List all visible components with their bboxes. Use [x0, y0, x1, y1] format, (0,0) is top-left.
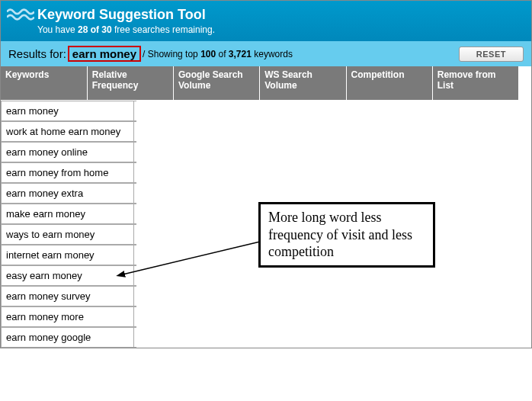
- frequency-cell: [134, 183, 137, 203]
- keyword-cell[interactable]: earn money online: [2, 142, 134, 162]
- results-label: Results for:: [8, 47, 66, 60]
- frequency-cell: [134, 306, 137, 326]
- col-remove[interactable]: Remove from List: [432, 66, 518, 100]
- app-header: Keyword Suggestion Tool You have 28 of 3…: [1, 1, 531, 41]
- table-row: earn money extra00,00000High: [1, 183, 136, 204]
- keyword-cell[interactable]: earn money extra: [2, 183, 134, 203]
- sub-prefix: You have: [37, 24, 78, 35]
- frequency-cell: [134, 101, 137, 120]
- keyword-cell[interactable]: easy earn money: [2, 265, 134, 285]
- table-row: ways to earn money00,00000High: [1, 224, 136, 245]
- wave-icon: [7, 5, 34, 24]
- table-row: earn money online00,00000High: [1, 142, 136, 162]
- table-row: earn money survey00,00000High: [1, 286, 136, 306]
- table-row: earn money00,00000High: [1, 101, 136, 121]
- sub-count: 28 of 30: [78, 24, 112, 35]
- col-ws-search-volume[interactable]: WS Search Volume: [260, 66, 346, 100]
- keyword-cell[interactable]: make earn money: [2, 204, 134, 223]
- results-query: earn money: [68, 46, 141, 62]
- frequency-cell: [134, 162, 137, 182]
- keyword-cell[interactable]: earn money more: [2, 306, 134, 326]
- keyword-cell[interactable]: internet earn money: [2, 245, 134, 265]
- table-row: make earn money00,00000High: [1, 204, 136, 224]
- col-competition[interactable]: Competition: [346, 66, 432, 100]
- table-header-row: Keywords Relative Frequency Google Searc…: [1, 66, 519, 101]
- searches-remaining: You have 28 of 30 free searches remainin…: [37, 24, 522, 35]
- reset-button[interactable]: RESET: [459, 47, 524, 62]
- keyword-cell[interactable]: earn money survey: [2, 286, 134, 306]
- table-row: internet earn money00,00000High: [1, 245, 136, 265]
- frequency-cell: [134, 204, 137, 223]
- frequency-cell: [134, 286, 137, 306]
- keyword-cell[interactable]: ways to earn money: [2, 224, 134, 244]
- annotation-callout: More long word less frequency of visit a…: [258, 202, 435, 268]
- table-row: earn money google00,00000High: [1, 327, 136, 348]
- col-relative-frequency[interactable]: Relative Frequency: [87, 66, 173, 100]
- keyword-cell[interactable]: earn money from home: [2, 162, 134, 182]
- frequency-cell: [134, 121, 137, 141]
- frequency-cell: [134, 245, 137, 265]
- table-row: work at home earn money00,00000High: [1, 121, 136, 142]
- app-title: Keyword Suggestion Tool: [37, 7, 522, 23]
- frequency-cell: [134, 142, 137, 162]
- frequency-cell: [134, 327, 137, 347]
- table-row: earn money more00,00000High: [1, 306, 136, 327]
- table-row: easy earn money00,00000High: [1, 265, 136, 286]
- keyword-cell[interactable]: earn money: [2, 101, 134, 120]
- col-google-search-volume[interactable]: Google Search Volume: [174, 66, 260, 100]
- frequency-cell: [134, 224, 137, 244]
- col-keywords[interactable]: Keywords: [1, 66, 87, 100]
- keyword-cell[interactable]: work at home earn money: [2, 121, 134, 141]
- keyword-table-area: Keywords Relative Frequency Google Searc…: [1, 66, 531, 348]
- results-bar: Results for: earn money / Showing top 10…: [1, 41, 531, 66]
- table-row: earn money from home00,00000High: [1, 162, 136, 183]
- results-summary: / Showing top 100 of 3,721 keywords: [143, 49, 293, 59]
- keyword-cell[interactable]: earn money google: [2, 327, 134, 347]
- frequency-cell: [134, 265, 137, 285]
- table-body[interactable]: earn money00,00000Highwork at home earn …: [1, 101, 136, 348]
- sub-suffix: free searches remaining.: [112, 24, 215, 35]
